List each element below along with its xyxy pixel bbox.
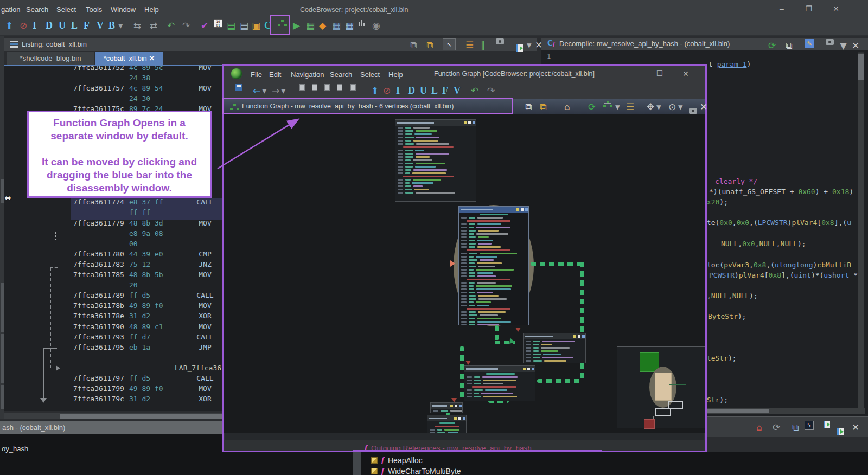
menu-edit[interactable]: Edit xyxy=(269,70,281,79)
letter-l-icon[interactable]: L xyxy=(431,84,438,97)
caret-down-icon[interactable]: ▾ xyxy=(262,84,267,97)
view-icon[interactable] xyxy=(578,335,580,338)
view-icon[interactable] xyxy=(455,405,457,407)
letter-i-icon[interactable]: I xyxy=(33,19,36,32)
vertex-titlebar[interactable] xyxy=(431,403,462,409)
caret-down-icon[interactable]: ▾ xyxy=(615,100,620,113)
symbol-tree-icon[interactable]: ◆ xyxy=(319,19,326,32)
caret-down-icon[interactable]: ▾ xyxy=(656,100,661,113)
decompile-vscrollbar[interactable] xyxy=(858,52,864,408)
menu-gation[interactable]: gation xyxy=(1,5,20,14)
decompile-vscrollbar-thumb[interactable] xyxy=(858,54,864,80)
edit-icon[interactable] xyxy=(450,405,453,407)
count-badge[interactable]: 5 xyxy=(805,421,814,430)
letter-b-icon[interactable]: B xyxy=(108,19,115,32)
vertex-4[interactable] xyxy=(464,365,535,401)
edit-icon[interactable]: ✎ xyxy=(805,39,814,48)
vertex-current[interactable] xyxy=(458,206,529,325)
nav-up-icon[interactable]: ⬆ xyxy=(371,84,379,97)
menu-select[interactable]: Select xyxy=(360,70,380,79)
home-icon[interactable]: ⌂ xyxy=(756,421,762,434)
menu-file[interactable]: File xyxy=(251,70,262,79)
minimize-button[interactable]: – xyxy=(776,4,788,13)
magnify-icon[interactable]: ⊙ xyxy=(668,100,676,113)
menu-search[interactable]: Search xyxy=(330,70,352,79)
vertex-3[interactable] xyxy=(523,333,586,363)
page-icon[interactable] xyxy=(299,84,305,91)
fg-minimize-button[interactable]: ─ xyxy=(628,69,640,78)
refresh-icon[interactable]: ⟳ xyxy=(768,39,776,52)
clear-code-icon[interactable]: ⊘ xyxy=(20,19,27,32)
view-icon[interactable] xyxy=(459,405,462,407)
bottom-left-panel-header[interactable]: ash - (cobalt_xll.bin) xyxy=(0,421,224,434)
caret-down-icon[interactable]: ▼ xyxy=(840,39,847,52)
decompile-hscrollbar-thumb[interactable] xyxy=(698,409,769,413)
binary-format-icon[interactable]: 10 01 xyxy=(214,19,222,28)
edit-icon[interactable] xyxy=(454,417,457,420)
listing-header[interactable]: Listing: cobalt_xll.bin ⧉⧉↖☰‖▾✕ xyxy=(4,38,537,51)
vertex-titlebar[interactable] xyxy=(459,207,528,213)
letter-f-icon[interactable]: F xyxy=(442,84,448,97)
view-icon[interactable] xyxy=(468,121,471,124)
close-icon[interactable]: ✕ xyxy=(852,39,859,52)
vertex-titlebar[interactable] xyxy=(427,415,466,421)
snapshot-icon[interactable] xyxy=(496,38,504,44)
vertex-titlebar[interactable] xyxy=(524,333,585,339)
copy-icon[interactable]: ⧉ xyxy=(525,100,532,113)
page-snapshot-icon[interactable] xyxy=(350,84,356,91)
swap-prev-icon[interactable]: ⇆ xyxy=(133,19,141,32)
symbol-table-icon[interactable]: ▦ xyxy=(332,19,341,32)
bookmarks-icon[interactable]: ▤ xyxy=(240,19,248,32)
audio-icon[interactable]: ◉ xyxy=(372,19,380,32)
view-icon[interactable] xyxy=(521,208,524,211)
letter-i-icon[interactable]: I xyxy=(396,84,400,97)
vertex-titlebar[interactable] xyxy=(464,366,535,372)
edit-fields-icon[interactable] xyxy=(516,44,523,52)
cursor-location-icon[interactable]: ↖ xyxy=(443,38,456,50)
maximize-button[interactable]: ❐ xyxy=(803,4,815,13)
close-icon[interactable]: ✕ xyxy=(852,421,859,434)
edit-icon[interactable] xyxy=(464,121,467,124)
letter-v-icon[interactable]: V xyxy=(454,84,461,97)
letter-f-ic[interactable]: F xyxy=(84,19,90,32)
edit-icon[interactable] xyxy=(523,368,526,370)
letter-v-icon[interactable]: V xyxy=(97,19,104,32)
save-icon[interactable] xyxy=(235,84,242,91)
paste-icon[interactable]: ⧉ xyxy=(426,38,433,52)
letter-u-icon[interactable]: U xyxy=(59,19,66,32)
swap-next-icon[interactable]: ⇄ xyxy=(150,19,157,32)
forward-icon[interactable]: → xyxy=(272,84,279,97)
vertex-entry[interactable] xyxy=(395,119,476,202)
menu-select[interactable]: Select xyxy=(56,5,76,14)
view-icon[interactable] xyxy=(458,417,461,420)
letter-d-icon[interactable]: D xyxy=(408,84,415,97)
view-icon[interactable] xyxy=(473,121,475,124)
tree-item[interactable]: fHeapAlloc xyxy=(371,455,423,465)
windows-icon[interactable]: ⧉ xyxy=(792,421,799,434)
view-icon[interactable] xyxy=(463,417,465,420)
run-icon[interactable]: ▶ xyxy=(293,19,300,32)
tab-close-icon[interactable]: ✕ xyxy=(147,54,155,62)
caret-down-icon[interactable]: ▾ xyxy=(678,100,683,113)
open-book-add-icon[interactable] xyxy=(837,428,844,435)
menu-search[interactable]: Search xyxy=(26,5,48,14)
copy-icon[interactable]: ⧉ xyxy=(410,38,417,52)
fg-hscrollbar[interactable] xyxy=(225,433,704,440)
snapshot-icon[interactable] xyxy=(826,39,834,45)
tab-shellcode-blog[interactable]: *shellcode_blog.bin xyxy=(7,52,94,65)
menu-window[interactable]: Window xyxy=(111,5,136,14)
tab-cobalt-xll[interactable]: *cobalt_xll.bin ✕ xyxy=(95,52,163,65)
redo-icon[interactable]: ↷ xyxy=(182,19,190,32)
memory-map-icon[interactable]: ▦ xyxy=(306,19,315,32)
menu-tools[interactable]: Tools xyxy=(86,5,102,14)
listing-hscrollbar-thumb[interactable] xyxy=(60,414,227,419)
menu-help[interactable]: Help xyxy=(144,5,159,14)
view-icon[interactable] xyxy=(525,208,528,211)
page-icon[interactable] xyxy=(337,84,342,91)
home-icon[interactable]: ⌂ xyxy=(564,100,570,113)
vertex-titlebar[interactable] xyxy=(395,120,476,126)
navigation-icon[interactable]: ✥ xyxy=(647,100,654,113)
view-icon[interactable] xyxy=(532,368,534,370)
diff-view-icon[interactable]: ‖ xyxy=(481,38,486,52)
fields-icon[interactable]: ☰ xyxy=(465,38,474,52)
